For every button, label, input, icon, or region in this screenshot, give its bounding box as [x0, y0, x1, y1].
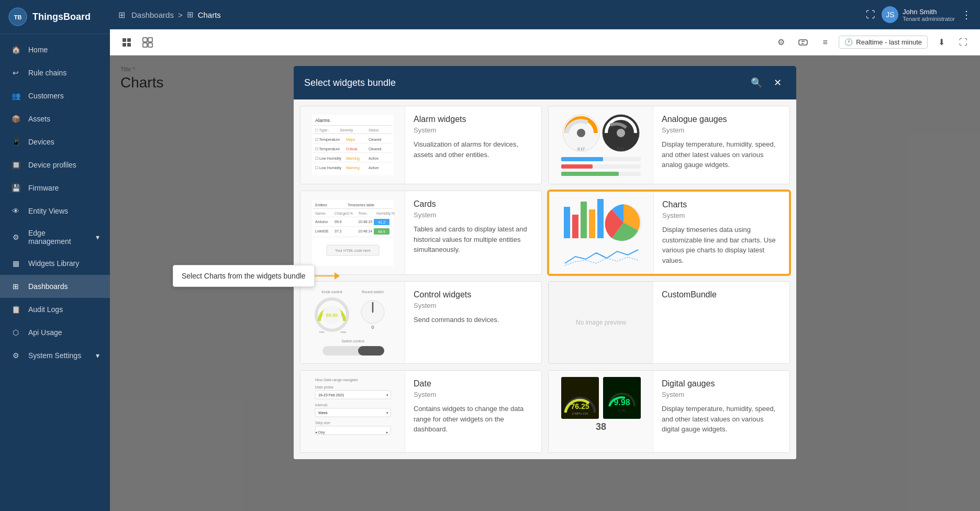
widgets-bundle-modal: Select widgets bundle 🔍 ✕ Al	[294, 66, 796, 459]
sidebar-item-widgets-library[interactable]: ▦ Widgets Library	[0, 252, 110, 275]
sidebar-item-audit-logs[interactable]: 📋 Audit Logs	[0, 298, 110, 321]
svg-text:0 :00: 0 :00	[618, 409, 626, 412]
logo[interactable]: TB ThingsBoard	[0, 0, 110, 34]
cards-desc: Tables and cards to display latest and h…	[414, 224, 533, 255]
date-preview: New Date-range-navigator Date picker 16-…	[300, 371, 405, 452]
bundle-card-control-widgets[interactable]: Knob control 50.00 min max Round switch	[300, 281, 542, 364]
close-modal-button[interactable]: ✕	[769, 74, 786, 91]
svg-rect-74	[597, 199, 604, 238]
filter-button[interactable]: ≡	[817, 34, 833, 51]
search-button[interactable]: 🔍	[748, 74, 765, 91]
svg-rect-5	[127, 43, 131, 47]
sidebar-item-home[interactable]: 🏠 Home	[0, 38, 110, 61]
sidebar-item-assets[interactable]: 📦 Assets	[0, 107, 110, 130]
sidebar-item-firmware[interactable]: 💾 Firmware	[0, 176, 110, 199]
svg-text:Switch control: Switch control	[341, 339, 364, 343]
control-preview: Knob control 50.00 min max Round switch	[300, 282, 405, 363]
grid-icon	[142, 37, 153, 48]
svg-text:Severity: Severity	[340, 128, 353, 132]
sidebar-item-system-settings[interactable]: ⚙ System Settings ▾	[0, 344, 110, 367]
analogue-gauges-name: Analogue gauges	[662, 115, 781, 124]
sidebar-item-devices[interactable]: 📱 Devices	[0, 130, 110, 153]
svg-text:64.5: 64.5	[378, 230, 385, 234]
charts-preview	[549, 192, 654, 274]
svg-rect-6	[143, 38, 147, 42]
bundle-card-cards[interactable]: Entities Timeseries table Name↓ Charged,…	[300, 191, 542, 275]
svg-rect-44	[561, 164, 593, 169]
svg-text:Your HTML code here: Your HTML code here	[335, 249, 371, 252]
svg-text:76.25: 76.25	[571, 402, 589, 410]
gauge-preview-svg: 0 17 0 17	[559, 111, 643, 179]
sidebar-item-device-profiles[interactable]: 🔲 Device profiles	[0, 153, 110, 176]
sidebar-item-dashboards[interactable]: ⊞ Dashboards	[0, 275, 110, 298]
charts-bundle-desc: Display timeseries data using customizab…	[662, 225, 781, 265]
date-system: System	[414, 391, 533, 398]
svg-rect-10	[799, 40, 807, 45]
bundle-card-alarm-widgets[interactable]: Alarms ☐ Type↓ Severity Status ☐ Tempera…	[300, 106, 542, 184]
bundle-card-date[interactable]: New Date-range-navigator Date picker 16-…	[300, 370, 542, 453]
alarm-widgets-name: Alarm widgets	[414, 115, 533, 124]
svg-text:◂ Day: ◂ Day	[315, 430, 325, 435]
customers-icon: 👥	[10, 91, 21, 101]
no-preview-area: No image preview	[549, 282, 653, 363]
bundle-grid: Alarms ☐ Type↓ Severity Status ☐ Tempera…	[300, 106, 790, 453]
sidebar-item-edge-management[interactable]: ⚙ Edge management ▾	[0, 223, 110, 252]
control-widgets-desc: Send commands to devices.	[414, 315, 499, 325]
user-name: John Smith	[903, 8, 955, 16]
chevron-down-icon-settings: ▾	[96, 351, 99, 360]
dashboard-header-icon: ⊞	[118, 10, 125, 20]
svg-text:Active: Active	[369, 166, 378, 170]
bundle-card-charts[interactable]: Charts System Display timeseries data us…	[548, 191, 790, 275]
modal-title: Select widgets bundle	[304, 77, 396, 88]
bundle-card-analogue-gauges[interactable]: 0 17 0 17	[548, 106, 790, 184]
bundle-card-digital-gauges[interactable]: 76.25 0 MPH 100 9.98 0 :00	[548, 370, 790, 453]
time-selector[interactable]: 🕐 Realtime - last minute	[839, 36, 928, 49]
svg-rect-3	[127, 38, 131, 42]
svg-rect-4	[122, 43, 126, 47]
settings-button[interactable]: ⚙	[773, 34, 789, 51]
date-desc: Contains widgets to change the data rang…	[414, 404, 533, 435]
svg-text:Charged,%: Charged,%	[335, 212, 353, 216]
sidebar-item-api-usage[interactable]: ⬡ Api Usage	[0, 321, 110, 344]
sidebar-item-rule-chains[interactable]: ↩ Rule chains	[0, 61, 110, 84]
more-options-button[interactable]: ⋮	[961, 8, 972, 21]
expand-button[interactable]: ⛶	[955, 34, 972, 51]
sidebar-item-customers[interactable]: 👥 Customers	[0, 84, 110, 107]
breadcrumb-root[interactable]: Dashboards	[131, 10, 174, 19]
svg-rect-42	[561, 157, 603, 161]
control-widgets-name: Control widgets	[414, 290, 499, 299]
logo-text: ThingsBoard	[32, 12, 91, 23]
grid-view-button[interactable]	[139, 34, 156, 51]
api-icon: ⬡	[10, 327, 21, 338]
svg-text:TB: TB	[14, 14, 22, 20]
modal-body[interactable]: Alarms ☐ Type↓ Severity Status ☐ Tempera…	[294, 99, 796, 459]
firmware-icon: 💾	[10, 183, 21, 193]
gauge-preview: 0 17 0 17	[549, 106, 653, 184]
add-widget-icon	[121, 37, 132, 48]
custom-bundle-name: CustomBundle	[662, 290, 717, 299]
svg-rect-73	[589, 209, 595, 238]
svg-text:Round switch: Round switch	[361, 290, 383, 294]
bundle-card-custom-bundle[interactable]: No image preview CustomBundle	[548, 281, 790, 364]
charts-bundle-system: System	[662, 212, 781, 219]
charts-bundle-name: Charts	[662, 200, 781, 209]
digital-preview-svg: 76.25 0 MPH 100 9.98 0 :00	[559, 375, 643, 448]
svg-text:Warning: Warning	[346, 157, 360, 161]
analogue-gauges-system: System	[662, 126, 781, 134]
svg-rect-61	[313, 226, 393, 227]
download-button[interactable]: ⬇	[933, 34, 950, 51]
fullscreen-button[interactable]: ⛶	[866, 9, 875, 20]
svg-text:Cleared: Cleared	[369, 138, 382, 141]
sidebar-item-entity-views[interactable]: 👁 Entity Views	[0, 199, 110, 223]
svg-text:16-23 Feb 2021: 16-23 Feb 2021	[318, 393, 344, 397]
sidebar-label-customers: Customers	[28, 92, 64, 100]
sidebar-label-edge-management: Edge management	[28, 229, 88, 246]
sidebar-nav: 🏠 Home ↩ Rule chains 👥 Customers 📦 Asset…	[0, 34, 110, 511]
dashboard-icon: ⊞	[10, 281, 21, 292]
add-widget-button[interactable]	[118, 34, 135, 51]
entity-alias-button[interactable]	[795, 34, 811, 51]
assets-icon: 📦	[10, 114, 21, 124]
svg-text:Entities: Entities	[315, 203, 327, 207]
svg-text:☐ Temperature: ☐ Temperature	[315, 147, 340, 151]
svg-text:0     MPH    100: 0 MPH 100	[572, 412, 588, 415]
